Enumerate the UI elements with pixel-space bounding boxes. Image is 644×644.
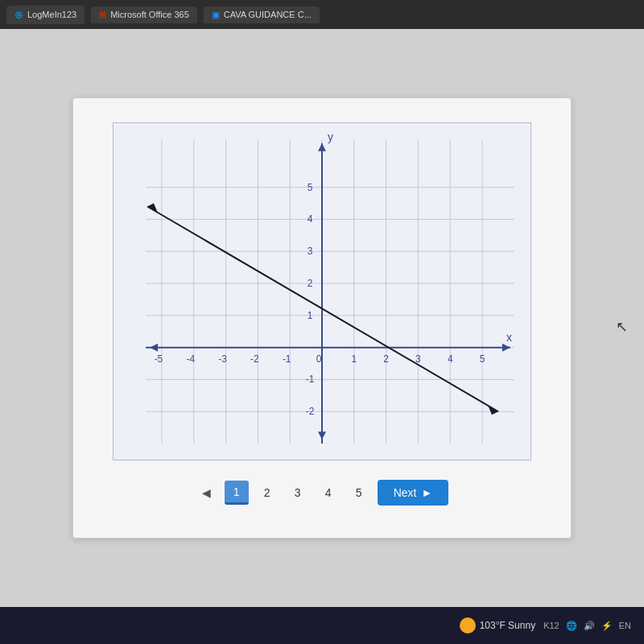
weather-sun-icon — [460, 617, 476, 634]
next-arrow-icon: ► — [421, 486, 432, 499]
svg-text:1: 1 — [351, 353, 357, 365]
tab-office[interactable]: ⊞ Microsoft Office 365 — [91, 6, 197, 23]
pagination-bar: ◀ 1 2 3 4 5 Next ► — [196, 480, 449, 506]
page-1-button[interactable]: 1 — [225, 481, 249, 505]
svg-text:-1: -1 — [283, 353, 291, 365]
page-5-button[interactable]: 5 — [347, 481, 371, 505]
tab-logmein-label: LogMeIn123 — [27, 10, 76, 19]
cava-icon: ▣ — [212, 10, 220, 20]
volume-icon: 🔊 — [584, 621, 595, 631]
svg-text:5: 5 — [308, 182, 313, 193]
network-icon: 🌐 — [566, 621, 577, 631]
svg-text:2: 2 — [308, 278, 313, 289]
svg-text:2: 2 — [383, 353, 389, 365]
svg-text:y: y — [328, 130, 333, 143]
content-card: x y -5 -4 -3 -2 -1 0 1 2 3 4 5 5 4 3 — [72, 97, 572, 539]
svg-text:x: x — [506, 331, 512, 344]
page-4-button[interactable]: 4 — [316, 481, 341, 505]
k12-label: K12 — [543, 621, 559, 630]
cursor: ↖ — [616, 318, 628, 336]
svg-text:4: 4 — [448, 353, 453, 365]
keyboard-icon: EN — [619, 621, 631, 630]
svg-text:4: 4 — [308, 213, 313, 225]
weather-widget: 103°F Sunny — [460, 617, 536, 634]
next-button[interactable]: Next ► — [378, 480, 449, 506]
logmein-icon: ⊕ — [14, 9, 23, 21]
svg-text:3: 3 — [308, 246, 313, 257]
svg-text:3: 3 — [415, 353, 421, 365]
svg-text:-4: -4 — [186, 353, 195, 365]
taskbar: 103°F Sunny K12 🌐 🔊 ⚡ EN — [0, 607, 644, 644]
browser-tabbar: ⊕ LogMeIn123 ⊞ Microsoft Office 365 ▣ CA… — [0, 0, 644, 29]
weather-label: 103°F Sunny — [480, 620, 536, 631]
office-icon: ⊞ — [99, 10, 106, 20]
prev-page-button[interactable]: ◀ — [196, 481, 218, 504]
coordinate-graph: x y -5 -4 -3 -2 -1 0 1 2 3 4 5 5 4 3 — [114, 123, 530, 460]
svg-text:-3: -3 — [218, 353, 227, 365]
tab-cava-label: CAVA GUIDANCE C... — [224, 10, 312, 19]
main-content-area: x y -5 -4 -3 -2 -1 0 1 2 3 4 5 5 4 3 — [0, 29, 644, 607]
tab-logmein[interactable]: ⊕ LogMeIn123 — [6, 6, 85, 24]
svg-text:-5: -5 — [155, 353, 163, 365]
tab-cava[interactable]: ▣ CAVA GUIDANCE C... — [204, 6, 320, 23]
page-3-button[interactable]: 3 — [286, 481, 310, 505]
page-2-button[interactable]: 2 — [255, 481, 279, 505]
power-icon: ⚡ — [601, 621, 613, 631]
svg-text:0: 0 — [316, 353, 322, 365]
svg-text:1: 1 — [308, 310, 313, 321]
system-tray: K12 🌐 🔊 ⚡ EN — [543, 621, 631, 631]
svg-text:-2: -2 — [250, 353, 259, 365]
svg-text:-1: -1 — [306, 374, 315, 385]
svg-text:5: 5 — [480, 353, 485, 365]
graph-container: x y -5 -4 -3 -2 -1 0 1 2 3 4 5 5 4 3 — [113, 122, 531, 460]
svg-text:-2: -2 — [306, 406, 315, 417]
next-button-label: Next — [394, 486, 417, 499]
tab-office-label: Microsoft Office 365 — [110, 10, 189, 19]
